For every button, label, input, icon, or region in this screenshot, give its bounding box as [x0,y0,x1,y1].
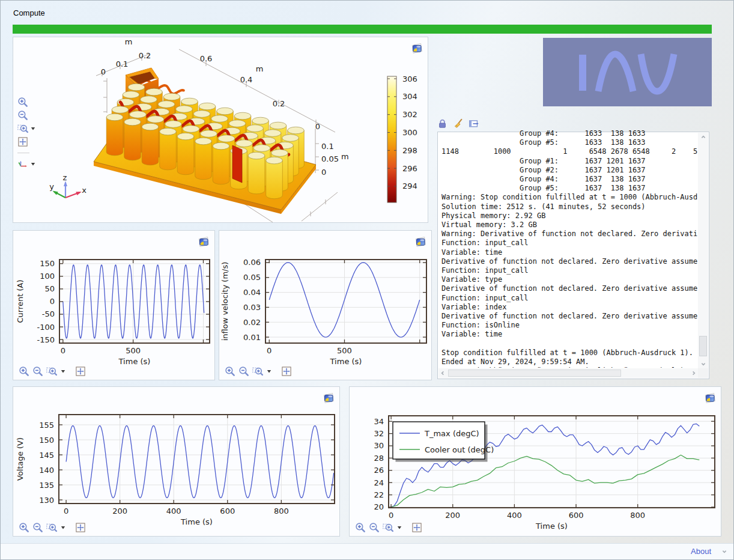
svg-text:50: 50 [44,284,55,293]
zoom-extents-button[interactable] [75,522,86,533]
zoom-in-button[interactable] [355,522,366,533]
lock-icon[interactable] [437,118,447,129]
log-toolbar [437,118,479,129]
status-bar: About [1,543,733,559]
svg-text:0.6: 0.6 [200,54,213,63]
series-line [391,455,699,507]
svg-text:0: 0 [50,297,55,306]
zoom-out-button[interactable] [32,366,43,377]
svg-text:24: 24 [374,478,384,487]
svg-text:y: y [49,182,54,191]
zoom-in-button[interactable] [19,522,29,533]
zoom-box-button[interactable] [252,366,263,377]
svg-text:0.2: 0.2 [273,99,285,108]
svg-text:300: 300 [402,128,417,137]
color-legend: 306304302300298296294 [387,75,417,203]
zoom-in-button[interactable] [19,366,29,377]
svg-text:0.06: 0.06 [243,258,261,267]
image-snapshot-button[interactable] [410,41,423,55]
zoom-in-button[interactable] [225,366,235,377]
log-vertical-scrollbar[interactable] [698,133,708,368]
svg-text:296: 296 [402,164,417,173]
grid [265,260,426,343]
chevron-down-icon[interactable] [721,549,728,555]
series-line [66,426,334,498]
svg-text:T_max (degC): T_max (degC) [424,429,479,438]
zoom-out-button[interactable] [17,110,28,121]
svg-text:0: 0 [64,507,68,516]
scrollbar-thumb[interactable] [448,370,621,377]
scroll-down-icon[interactable] [698,360,708,368]
series [66,426,334,498]
svg-text:0.04: 0.04 [243,288,261,297]
svg-text:800: 800 [274,507,289,516]
scroll-right-icon[interactable] [690,368,698,378]
scroll-left-icon[interactable] [438,368,447,378]
zoom-in-button[interactable] [17,97,28,108]
coordinate-triad: zyx [49,173,86,198]
image-snapshot-button[interactable] [322,391,335,404]
scrollbar-thumb[interactable] [699,336,707,356]
zoom-extents-button[interactable] [75,366,86,377]
svg-text:600: 600 [569,511,584,520]
svg-text:298: 298 [402,146,417,155]
zoom-extents-button[interactable] [281,366,292,377]
zoom-extents-button[interactable] [17,136,28,147]
axes: 0200400600800155150145140135130Time (s)V… [16,415,335,526]
go-to-view-button[interactable] [17,159,28,169]
zoom-box-dropdown[interactable] [60,366,66,377]
plot-toolbar [19,366,86,377]
channel-divider [232,145,242,183]
about-link[interactable]: About [691,547,711,556]
svg-text:34: 34 [374,417,384,426]
zoom-out-button[interactable] [238,366,249,377]
svg-text:m: m [341,152,349,161]
zoom-box-dropdown[interactable] [266,366,272,377]
log-horizontal-scrollbar[interactable] [438,368,698,378]
svg-text:-150: -150 [37,335,55,344]
svg-text:150: 150 [40,259,55,268]
zoom-box-button[interactable] [46,522,57,533]
scroll-up-icon[interactable] [698,133,708,141]
axes: 05000.060.050.040.030.020.01Time (s)infl… [220,258,426,366]
image-snapshot-button[interactable] [703,391,717,404]
svg-text:0: 0 [101,67,106,76]
svg-text:20: 20 [374,502,384,511]
svg-text:30: 30 [374,441,384,450]
image-snapshot-button[interactable] [414,235,427,248]
go-to-view-dropdown[interactable] [30,159,36,169]
svg-text:294: 294 [402,181,417,190]
svg-text:0.1: 0.1 [116,59,129,68]
svg-text:304: 304 [402,92,417,101]
image-snapshot-button[interactable] [197,235,210,248]
temperature-chart[interactable]: 02004006008003432302826242220Time (s)T_m… [350,387,721,536]
zoom-extents-button[interactable] [411,522,422,533]
svg-text:32: 32 [374,429,384,438]
progress-fill [13,25,712,34]
svg-text:Time (s): Time (s) [180,517,213,526]
zoom-box-button[interactable] [17,123,28,134]
voltage-chart[interactable]: 0200400600800155150145140135130Time (s)V… [13,387,339,536]
zoom-box-button[interactable] [383,522,393,533]
svg-text:0.05: 0.05 [321,154,339,163]
clear-log-icon[interactable] [453,118,463,129]
zoom-box-dropdown[interactable] [60,522,66,533]
zoom-out-button[interactable] [32,522,43,533]
solver-log-text[interactable]: Group #4: 1633 138 1633 Group #5: 1633 1… [441,129,697,368]
current-chart[interactable]: 0500150100500-50-100-150Time (s)Current … [13,231,214,380]
svg-text:Time (s): Time (s) [118,357,151,366]
svg-text:Time (s): Time (s) [330,357,362,366]
iav-logo [543,38,712,106]
zoom-box-button[interactable] [46,366,57,377]
zoom-box-dropdown[interactable] [30,123,36,134]
svg-text:155: 155 [39,421,54,430]
battery-pack-3d-view[interactable]: 00.10.2m0.60.40.20m0.10.050m306304302300… [13,37,428,222]
svg-text:500: 500 [126,346,141,355]
inflow-velocity-chart[interactable]: 05000.060.050.040.030.020.01Time (s)infl… [219,231,431,380]
svg-text:0.05: 0.05 [243,273,261,282]
zoom-box-dropdown[interactable] [396,522,402,533]
zoom-out-button[interactable] [369,522,380,533]
open-in-new-window-icon[interactable] [469,118,479,129]
svg-text:200: 200 [112,507,127,516]
svg-text:m: m [125,37,133,46]
